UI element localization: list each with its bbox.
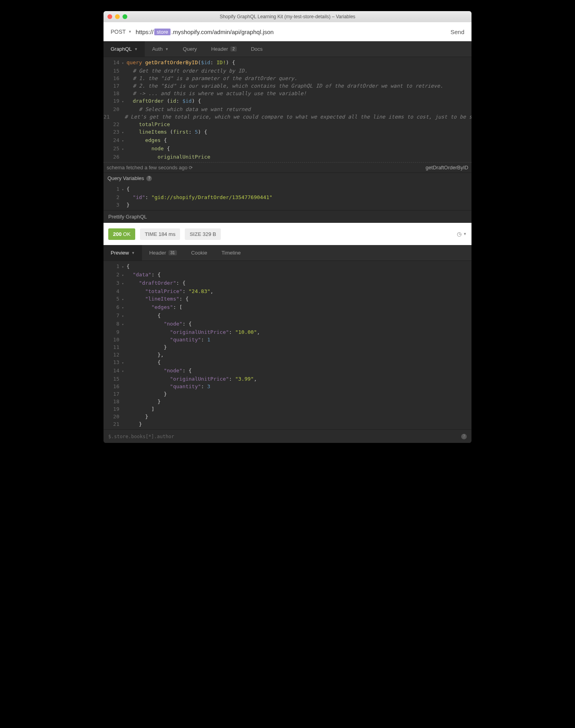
url-input[interactable]: https:// store .myshopify.com/admin/api/… bbox=[136, 29, 447, 35]
method-select[interactable]: POST ▼ bbox=[111, 29, 132, 35]
titlebar: Shopify GraphQL Learning Kit (my-test-st… bbox=[104, 11, 472, 22]
header-count-badge: 2 bbox=[230, 46, 237, 52]
size-badge: SIZE 329 B bbox=[185, 228, 221, 240]
prettify-button[interactable]: Prettify GraphQL bbox=[104, 210, 472, 223]
tab-resp-header[interactable]: Header 31 bbox=[142, 245, 184, 261]
schema-status: schema fetched a few seconds ago ⟳ getDr… bbox=[104, 162, 472, 172]
chevron-down-icon: ▼ bbox=[131, 251, 135, 255]
window-title: Shopify GraphQL Learning Kit (my-test-st… bbox=[104, 14, 472, 19]
help-icon[interactable]: ? bbox=[461, 434, 467, 439]
chevron-down-icon: ▼ bbox=[165, 47, 169, 51]
header-count-badge: 31 bbox=[169, 250, 177, 255]
operation-name: getDraftOrderByID bbox=[426, 165, 468, 171]
clock-icon: ◷ bbox=[457, 231, 462, 237]
tab-auth[interactable]: Auth ▼ bbox=[145, 41, 176, 57]
tab-docs[interactable]: Docs bbox=[244, 41, 270, 57]
variables-editor[interactable]: 1▾{2 "id": "gid://shopify/DraftOrder/135… bbox=[104, 184, 472, 210]
jsonpath-input[interactable]: $.store.books[*].author ? bbox=[104, 429, 472, 443]
url-variable-tag[interactable]: store bbox=[154, 29, 171, 35]
history-button[interactable]: ◷ ▼ bbox=[457, 231, 467, 237]
chevron-down-icon: ▼ bbox=[463, 232, 467, 236]
app-window: Shopify GraphQL Learning Kit (my-test-st… bbox=[104, 11, 472, 443]
status-code-badge: 200 OK bbox=[108, 228, 135, 240]
tab-cookie[interactable]: Cookie bbox=[184, 245, 214, 261]
tab-preview[interactable]: Preview ▼ bbox=[104, 245, 142, 261]
request-tabs: GraphQL ▼ Auth ▼ Query Header 2 Docs bbox=[104, 41, 472, 57]
query-editor[interactable]: 14▾query getDraftOrderByID($id: ID!) {15… bbox=[104, 57, 472, 162]
variables-header[interactable]: Query Variables ? bbox=[104, 172, 472, 184]
chevron-down-icon: ▼ bbox=[134, 47, 138, 51]
response-editor[interactable]: 1▾{2▾ "data": {3▾ "draftOrder": {4 "tota… bbox=[104, 261, 472, 429]
refresh-icon[interactable]: ⟳ bbox=[188, 165, 193, 171]
method-label: POST bbox=[111, 29, 126, 35]
help-icon[interactable]: ? bbox=[146, 176, 152, 181]
chevron-down-icon: ▼ bbox=[128, 30, 132, 34]
url-bar: POST ▼ https:// store .myshopify.com/adm… bbox=[104, 22, 472, 41]
tab-timeline[interactable]: Timeline bbox=[214, 245, 248, 261]
tab-query[interactable]: Query bbox=[176, 41, 204, 57]
tab-graphql[interactable]: GraphQL ▼ bbox=[104, 41, 145, 57]
response-status-bar: 200 OK TIME 184 ms SIZE 329 B ◷ ▼ bbox=[104, 223, 472, 245]
send-button[interactable]: Send bbox=[450, 29, 464, 35]
response-tabs: Preview ▼ Header 31 Cookie Timeline bbox=[104, 245, 472, 261]
time-badge: TIME 184 ms bbox=[140, 228, 180, 240]
tab-header[interactable]: Header 2 bbox=[204, 41, 243, 57]
